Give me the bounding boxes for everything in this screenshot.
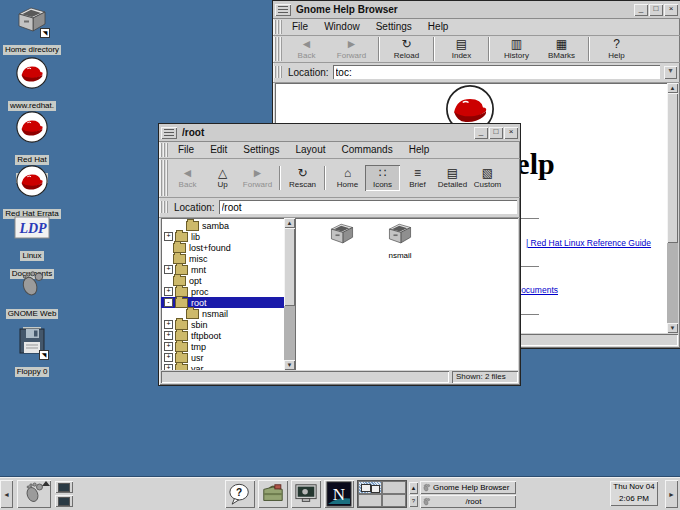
menu-settings[interactable]: Settings xyxy=(235,142,287,158)
fm-titlebar[interactable]: /root _□× xyxy=(159,124,520,142)
location-input[interactable] xyxy=(333,65,660,79)
location-dropdown-button[interactable]: ▾ xyxy=(664,66,677,79)
task-button--root[interactable]: /root xyxy=(420,495,516,508)
help-vertical-scrollbar[interactable]: ▲ ▼ xyxy=(667,83,678,333)
tree-item-var[interactable]: +var xyxy=(161,363,284,370)
reload-button[interactable]: ↻Reload xyxy=(384,36,429,62)
rescan-button[interactable]: ↻Rescan xyxy=(285,165,320,191)
forward-button[interactable]: ►Forward xyxy=(240,165,275,191)
rescan-icon: ↻ xyxy=(297,167,307,180)
toolbar-grip[interactable] xyxy=(274,37,282,61)
file-item-nsmail[interactable]: nsmail xyxy=(375,221,425,260)
menu-edit[interactable]: Edit xyxy=(202,142,235,158)
up-button[interactable]: △Up xyxy=(205,165,240,191)
bmarks-button[interactable]: ▦BMarks xyxy=(539,36,584,62)
maximize-button[interactable]: □ xyxy=(489,127,503,139)
deskguide-active-desktop[interactable] xyxy=(358,481,382,494)
file-icon-panel[interactable]: nsmail xyxy=(295,218,518,370)
clock-applet[interactable]: Thu Nov 04 2:06 PM xyxy=(610,481,658,506)
deskguide-question-button[interactable]: ? xyxy=(409,495,418,507)
tree-item-label: proc xyxy=(191,287,209,297)
icons-button[interactable]: ∷Icons xyxy=(365,165,400,191)
tree-item-label: tftpboot xyxy=(191,331,221,341)
scroll-down-icon[interactable]: ▼ xyxy=(284,360,295,370)
minimize-button[interactable]: _ xyxy=(634,4,648,16)
expand-icon[interactable]: + xyxy=(164,287,173,296)
expand-icon[interactable]: + xyxy=(164,342,173,351)
history-button[interactable]: ▥History xyxy=(494,36,539,62)
toolbar-grip[interactable] xyxy=(160,160,168,196)
menubar-grip[interactable] xyxy=(274,20,282,34)
menu-file[interactable]: File xyxy=(170,142,202,158)
custom-button[interactable]: ▧Custom xyxy=(470,165,505,191)
redhat-icon xyxy=(15,164,49,202)
help-button[interactable]: ?Help xyxy=(594,36,639,62)
close-button[interactable]: × xyxy=(664,4,678,16)
tree-scrollbar[interactable]: ▲ ▼ xyxy=(284,218,295,370)
panel-hide-left-button[interactable]: ◄ xyxy=(0,480,13,508)
index-button[interactable]: ▤Index xyxy=(439,36,484,62)
floppy-icon: ◥ xyxy=(17,326,47,360)
deskguide-desktop[interactable] xyxy=(382,494,406,507)
expand-icon[interactable]: + xyxy=(164,331,173,340)
locationbar-grip[interactable] xyxy=(274,66,282,78)
deskguide-applet[interactable] xyxy=(357,480,407,508)
netscape-launcher-button[interactable]: N xyxy=(324,480,354,508)
expand-icon[interactable]: + xyxy=(164,353,173,362)
scrollbar-thumb[interactable] xyxy=(284,228,295,306)
deskguide-window xyxy=(371,485,380,493)
close-button[interactable]: × xyxy=(504,127,518,139)
desktop-icon-home-directory[interactable]: ◥Home directory xyxy=(0,6,64,56)
scrollbar-thumb[interactable] xyxy=(667,93,678,243)
collapse-icon[interactable]: - xyxy=(164,298,173,307)
task-button-gnome-help-browser[interactable]: Gnome Help Browser xyxy=(420,481,516,494)
menu-commands[interactable]: Commands xyxy=(334,142,401,158)
forward-button[interactable]: ►Forward xyxy=(329,36,374,62)
main-menu-button[interactable] xyxy=(17,480,51,508)
applet-button-top[interactable] xyxy=(55,481,73,493)
window-menu-button[interactable] xyxy=(161,127,177,139)
expand-icon[interactable]: + xyxy=(164,265,173,274)
deskguide-arrow-button[interactable]: ▲ xyxy=(409,482,418,494)
location-input[interactable] xyxy=(219,200,517,214)
help-launcher-button[interactable]: ? xyxy=(225,480,255,508)
menu-help[interactable]: Help xyxy=(420,19,457,35)
scroll-up-icon[interactable]: ▲ xyxy=(284,218,295,228)
scroll-up-icon[interactable]: ▲ xyxy=(667,83,678,93)
panel-hide-right-button[interactable]: ► xyxy=(665,480,678,508)
terminal-icon xyxy=(294,482,318,506)
locationbar-grip[interactable] xyxy=(160,201,168,213)
help-titlebar[interactable]: Gnome Help Browser _□× xyxy=(273,1,680,19)
minimize-button[interactable]: _ xyxy=(474,127,488,139)
file-item[interactable] xyxy=(317,221,367,251)
home-button[interactable]: ⌂Home xyxy=(330,165,365,191)
fm-menubar: FileEditSettingsLayoutCommandsHelp xyxy=(159,142,520,159)
documents-link[interactable]: Documents xyxy=(515,285,558,295)
menu-file[interactable]: File xyxy=(284,19,316,35)
desktop-icon-red-hat-errata[interactable]: Red Hat Errata xyxy=(0,164,64,220)
expand-icon[interactable]: + xyxy=(164,320,173,329)
desktop-icon-floppy-0[interactable]: ◥Floppy 0 xyxy=(0,326,64,378)
menu-help[interactable]: Help xyxy=(401,142,438,158)
button-label: Icons xyxy=(373,180,392,189)
menu-layout[interactable]: Layout xyxy=(288,142,334,158)
menu-settings[interactable]: Settings xyxy=(368,19,420,35)
menu-window[interactable]: Window xyxy=(316,19,368,35)
terminal-launcher-button[interactable] xyxy=(291,480,321,508)
maximize-button[interactable]: □ xyxy=(649,4,663,16)
brief-button[interactable]: ≡Brief xyxy=(400,165,435,191)
applet-button-bottom[interactable] xyxy=(55,495,73,507)
back-button[interactable]: ◄Back xyxy=(284,36,329,62)
window-menu-button[interactable] xyxy=(275,4,291,16)
reference-guide-link[interactable]: | Red Hat Linux Reference Guide xyxy=(526,238,651,248)
detailed-button[interactable]: ▤Detailed xyxy=(435,165,470,191)
menubar-grip[interactable] xyxy=(160,143,168,157)
scroll-down-icon[interactable]: ▼ xyxy=(667,323,678,333)
deskguide-desktop[interactable] xyxy=(382,481,406,494)
config-tool-launcher-button[interactable] xyxy=(258,480,288,508)
deskguide-desktop[interactable] xyxy=(358,494,382,507)
expand-icon[interactable]: + xyxy=(164,232,173,241)
detailed-icon: ▤ xyxy=(447,167,458,180)
tree-item-root[interactable]: -root xyxy=(161,297,284,308)
back-button[interactable]: ◄Back xyxy=(170,165,205,191)
